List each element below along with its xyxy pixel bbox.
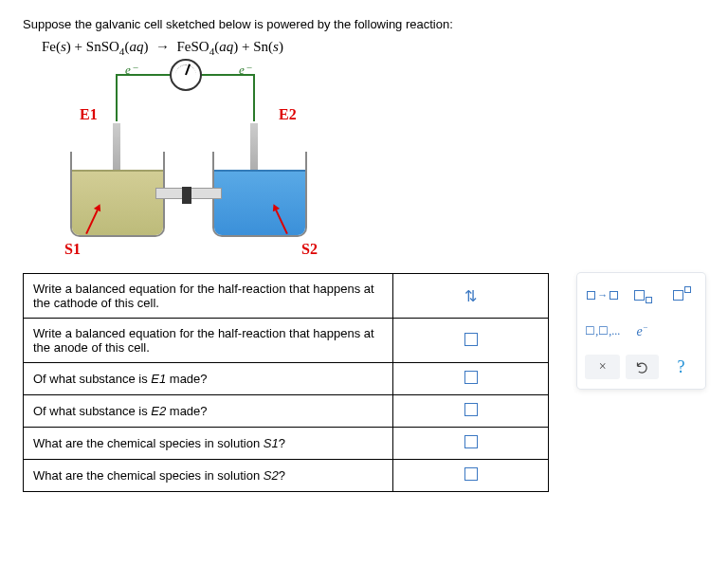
question-cell: What are the chemical species in solutio…: [24, 428, 393, 460]
answer-cell[interactable]: ⇅: [393, 274, 549, 319]
tool-yields[interactable]: →: [585, 283, 620, 307]
question-cell: Of what substance is E2 made?: [24, 395, 393, 428]
table-row: Of what substance is E1 made?: [24, 363, 549, 395]
beaker-left: [70, 152, 165, 237]
answer-cell[interactable]: [393, 460, 549, 492]
answer-cell[interactable]: [393, 363, 549, 395]
table-row: What are the chemical species in solutio…: [24, 460, 549, 492]
answer-cell[interactable]: [393, 395, 549, 428]
answer-input-box[interactable]: [464, 467, 478, 481]
question-cell: Write a balanced equation for the half-r…: [24, 274, 393, 319]
wire-right: [253, 74, 255, 121]
reaction-equation: Fe(s) + SnSO4(aq) → FeSO4(aq) + Sn(s): [42, 39, 705, 57]
table-row: Write a balanced equation for the half-r…: [24, 274, 549, 319]
answer-input-updown[interactable]: ⇅: [464, 288, 477, 304]
tool-help[interactable]: ?: [664, 355, 698, 379]
label-e1: E1: [80, 106, 98, 123]
tool-clear[interactable]: ×: [585, 355, 620, 379]
answer-input-box[interactable]: [464, 435, 478, 448]
table-row: Of what substance is E2 made?: [24, 395, 549, 428]
beaker-right: [212, 152, 307, 237]
table-row: Write a balanced equation for the half-r…: [24, 319, 549, 363]
tool-undo[interactable]: [626, 355, 659, 379]
galvanic-cell-diagram: e⁻ e⁻ E1 E2 S1 S2: [61, 66, 345, 256]
salt-bridge-plug: [182, 187, 191, 204]
table-row: What are the chemical species in solutio…: [24, 428, 549, 460]
tool-spacer: [664, 319, 698, 343]
problem-prompt: Suppose the galvanic cell sketched below…: [23, 17, 705, 31]
voltmeter-icon: [170, 59, 202, 91]
label-s1: S1: [64, 241, 81, 258]
electron-label-right: e⁻: [239, 63, 251, 78]
tool-subscript[interactable]: [626, 283, 659, 307]
answer-input-box[interactable]: [464, 371, 478, 384]
wire-left: [116, 74, 118, 121]
answer-cell[interactable]: [393, 319, 549, 363]
electron-label-left: e⁻: [125, 63, 137, 78]
question-cell: Of what substance is E1 made?: [24, 363, 393, 395]
answer-cell[interactable]: [393, 428, 549, 460]
tool-superscript[interactable]: [664, 283, 698, 307]
question-cell: Write a balanced equation for the half-r…: [24, 319, 393, 363]
label-s2: S2: [301, 241, 318, 258]
answer-input-box[interactable]: [464, 403, 478, 416]
answer-input-box[interactable]: [464, 333, 478, 346]
label-e2: E2: [279, 106, 297, 123]
tool-species-list[interactable]: ☐,☐,...: [585, 319, 620, 343]
question-cell: What are the chemical species in solutio…: [24, 460, 393, 492]
undo-icon: [635, 360, 649, 374]
equation-toolbox: → ☐,☐,... e− × ?: [577, 273, 705, 389]
question-table: Write a balanced equation for the half-r…: [23, 273, 549, 492]
tool-electron[interactable]: e−: [626, 319, 659, 343]
